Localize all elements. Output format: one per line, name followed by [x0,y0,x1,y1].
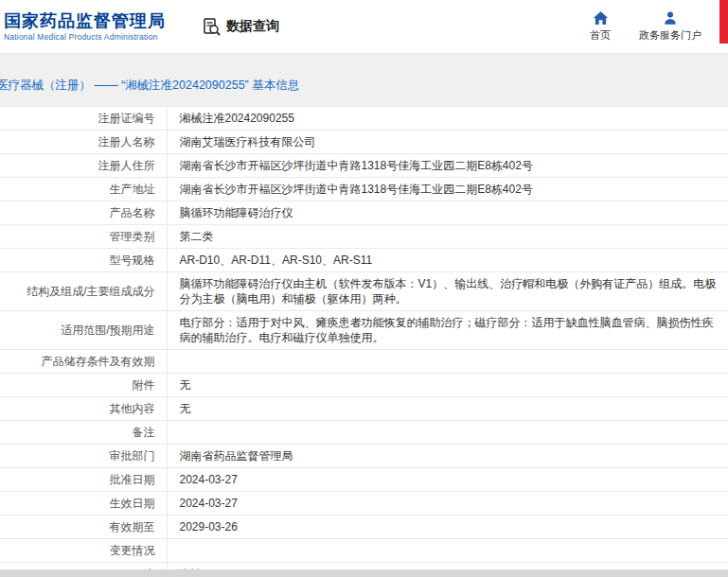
table-row: 备注 [0,421,728,445]
row-label: 适用范围/预期用途 [0,311,167,350]
row-label: 型号规格 [0,249,167,272]
row-value: AR-D10、AR-D11、AR-S10、AR-S11 [167,249,728,272]
row-label: 生产地址 [0,178,167,201]
row-value: 湖南省长沙市开福区沙坪街道中青路1318号佳海工业园二期E8栋402号 [167,178,728,201]
table-row: 产品储存条件及有效期 [0,350,728,374]
row-label: 产品储存条件及有效期 [0,350,167,374]
row-label: 备注 [0,421,167,445]
top-nav: 首页 政务服务门户 [590,10,701,43]
page-title: 医疗器械（注册） —— “湘械注准20242090255” 基本信息 [0,78,728,94]
row-value: 2029-03-26 [167,516,728,539]
table-row: 变更情况 [0,539,728,563]
data-query-icon [202,17,221,36]
row-value: 电疗部分：适用于对中风、瘫痪患者功能恢复的辅助治疗；磁疗部分：适用于缺血性脑血管… [167,311,728,350]
row-value: 2024-03-27 [167,492,728,516]
row-label: 结构及组成/主要组成成分 [0,272,167,311]
table-row: 结构及组成/主要组成成分脑循环功能障碍治疗仪由主机（软件发布版本：V1）、输出线… [0,272,728,311]
nav-home[interactable]: 首页 [590,10,611,43]
table-row: 注册人名称湖南艾瑞医疗科技有限公司 [0,131,728,154]
nav-home-label: 首页 [590,28,611,43]
table-row: 附件无 [0,374,728,397]
row-label: 管理类别 [0,225,167,249]
row-label: 批准日期 [0,468,167,492]
row-value: 湖南艾瑞医疗科技有限公司 [167,131,728,154]
row-value: 湖南省药品监督管理局 [167,445,728,468]
red-edge-widget[interactable] [719,0,728,44]
user-icon [663,10,678,26]
row-value: 第二类 [167,225,728,249]
row-label: 注册人名称 [0,131,167,154]
table-row: 型号规格AR-D10、AR-D11、AR-S10、AR-S11 [0,249,728,272]
title-band: 医疗器械（注册） —— “湘械注准20242090255” 基本信息 [0,54,728,106]
row-value: 湘械注准20242090255 [167,107,728,131]
table-row: 注册人住所湖南省长沙市开福区沙坪街道中青路1318号佳海工业园二期E8栋402号 [0,154,728,178]
row-value [167,539,728,563]
footer-strip [0,569,728,577]
logo-subtitle: National Medical Products Administration [4,32,166,42]
row-label: 注册证编号 [0,107,167,131]
row-value: 无 [167,397,728,421]
table-row: 管理类别第二类 [0,225,728,249]
table-row: 生产地址湖南省长沙市开福区沙坪街道中青路1318号佳海工业园二期E8栋402号 [0,178,728,201]
info-table: 注册证编号湘械注准20242090255注册人名称湖南艾瑞医疗科技有限公司注册人… [0,106,728,577]
table-row: 生效日期2024-03-27 [0,492,728,516]
table-row: 其他内容无 [0,397,728,421]
row-value: 无 [167,374,728,397]
row-value [167,421,728,445]
table-row: 注册证编号湘械注准20242090255 [0,107,728,131]
nav-portal-label: 政务服务门户 [639,28,701,43]
row-label: 审批部门 [0,445,167,468]
row-value: 2024-03-27 [167,468,728,492]
table-row: 批准日期2024-03-27 [0,468,728,492]
nav-data-query-label: 数据查询 [226,18,279,35]
row-label: 变更情况 [0,539,167,563]
row-label: 注册人住所 [0,154,167,178]
header: 国家药品监督管理局 National Medical Products Admi… [0,0,728,54]
table-row: 适用范围/预期用途电疗部分：适用于对中风、瘫痪患者功能恢复的辅助治疗；磁疗部分：… [0,311,728,350]
home-icon [593,10,609,26]
table-row: 审批部门湖南省药品监督管理局 [0,445,728,468]
row-value [167,350,728,374]
row-label: 生效日期 [0,492,167,516]
row-value: 脑循环功能障碍治疗仪由主机（软件发布版本：V1）、输出线、治疗帽和电极（外购有证… [167,272,728,311]
table-row: 产品名称脑循环功能障碍治疗仪 [0,201,728,225]
logo-title: 国家药品监督管理局 [4,11,166,30]
row-value: 脑循环功能障碍治疗仪 [167,201,728,225]
logo[interactable]: 国家药品监督管理局 National Medical Products Admi… [4,11,166,42]
nav-data-query[interactable]: 数据查询 [202,17,279,36]
row-label: 产品名称 [0,201,167,225]
row-label: 附件 [0,374,167,397]
row-label: 有效期至 [0,516,167,539]
table-row: 有效期至2029-03-26 [0,516,728,539]
row-value: 湖南省长沙市开福区沙坪街道中青路1318号佳海工业园二期E8栋402号 [167,154,728,178]
row-label: 其他内容 [0,397,167,421]
nav-portal[interactable]: 政务服务门户 [639,10,701,43]
